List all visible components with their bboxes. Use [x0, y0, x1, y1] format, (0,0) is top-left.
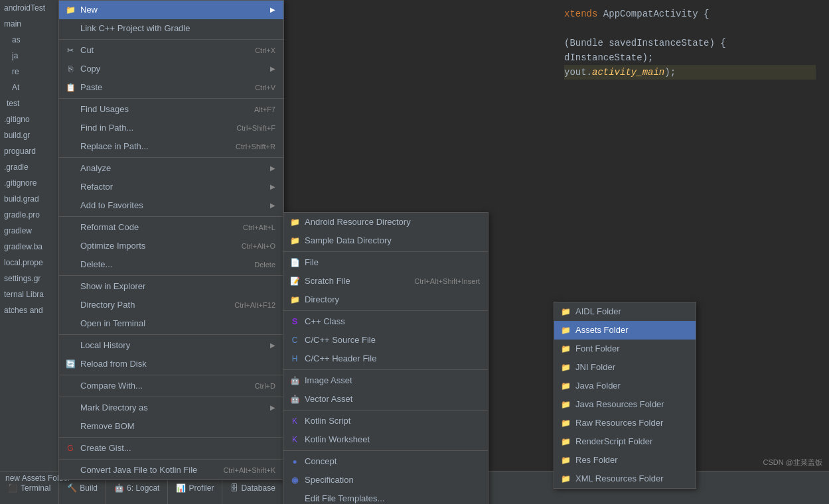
- left-panel-item[interactable]: gradle.pro: [0, 207, 60, 223]
- left-panel-item[interactable]: re: [0, 64, 60, 80]
- menu-item-renderscript-folder[interactable]: 📁 RenderScript Folder: [554, 432, 696, 451]
- left-panel-item[interactable]: ternal Libra: [0, 286, 60, 302]
- left-panel-item[interactable]: build.grad: [0, 191, 60, 207]
- menu-item-xml-resources-folder[interactable]: 📁 XML Resources Folder: [554, 470, 696, 488]
- left-panel-item[interactable]: androidTest: [0, 0, 60, 16]
- left-panel-item[interactable]: gradlew: [0, 223, 60, 239]
- menu-item-res-folder[interactable]: 📁 Res Folder: [554, 451, 696, 470]
- menu-item-assets-folder[interactable]: 📁 Assets Folder: [554, 321, 696, 340]
- menu-item-kotlin-script[interactable]: K Kotlin Script: [283, 412, 488, 430]
- left-panel-item[interactable]: build.gr: [0, 127, 60, 143]
- menu-item-delete[interactable]: Delete... Delete: [59, 255, 283, 274]
- separator: [59, 157, 283, 158]
- left-panel-item[interactable]: gradlew.ba: [0, 239, 60, 255]
- separator: [283, 310, 488, 311]
- menu-item-jni-folder[interactable]: 📁 JNI Folder: [554, 358, 696, 377]
- menu-item-edit-templates[interactable]: Edit File Templates...: [283, 489, 488, 504]
- menu-item-find-in-path[interactable]: Find in Path... Ctrl+Shift+F: [59, 119, 283, 137]
- left-panel-item[interactable]: .gitigno: [0, 111, 60, 127]
- menu-item-font-folder[interactable]: 📁 Font Folder: [554, 340, 696, 358]
- menu-item-open-terminal[interactable]: Open in Terminal: [59, 314, 283, 333]
- left-panel: androidTest main as ja re At test .gitig…: [0, 0, 60, 471]
- left-panel-item[interactable]: proguard: [0, 143, 60, 159]
- jni-folder-icon: 📁: [560, 361, 571, 373]
- android-folder-icon: 📁: [289, 216, 301, 228]
- menu-item-compare[interactable]: Compare With... Ctrl+D: [59, 377, 283, 395]
- gist-icon: G: [64, 442, 76, 454]
- menu-item-reformat[interactable]: Reformat Code Ctrl+Alt+L: [59, 218, 283, 237]
- res-folder-icon: 📁: [560, 454, 571, 466]
- menu-item-cpp-source[interactable]: C C/C++ Source File: [283, 331, 488, 349]
- menu-item-find-usages[interactable]: Find Usages Alt+F7: [59, 100, 283, 119]
- menu-item-android-res-dir[interactable]: 📁 Android Resource Directory: [283, 213, 488, 231]
- history-icon: [64, 340, 76, 351]
- terminal-icon: [64, 318, 76, 330]
- menu-item-optimize[interactable]: Optimize Imports Ctrl+Alt+O: [59, 237, 283, 255]
- menu-item-file[interactable]: 📄 File: [283, 253, 488, 272]
- menu-item-link-cpp[interactable]: Link C++ Project with Gradle: [59, 19, 283, 38]
- left-panel-item[interactable]: settings.gr: [0, 271, 60, 286]
- menu-item-mark-dir[interactable]: Mark Directory as ▶: [59, 399, 283, 417]
- menu-item-copy[interactable]: ⎘ Copy ▶: [59, 60, 283, 78]
- menu-item-local-history[interactable]: Local History ▶: [59, 336, 283, 355]
- left-panel-item[interactable]: test: [0, 95, 60, 111]
- menu-item-image-asset[interactable]: 🤖 Image Asset: [283, 371, 488, 390]
- left-panel-item[interactable]: atches and: [0, 302, 60, 318]
- menu-item-directory[interactable]: 📁 Directory: [283, 290, 488, 309]
- menu-item-java-resources-folder[interactable]: 📁 Java Resources Folder: [554, 395, 696, 414]
- kotlin-icon: [64, 464, 76, 476]
- left-panel-item[interactable]: local.prope: [0, 255, 60, 271]
- image-asset-icon: 🤖: [289, 375, 301, 387]
- menu-item-remove-bom[interactable]: Remove BOM: [59, 417, 283, 436]
- directory-icon: 📁: [289, 294, 301, 306]
- menu-item-kotlin-worksheet[interactable]: K Kotlin Worksheet: [283, 430, 488, 449]
- separator: [59, 39, 283, 40]
- left-panel-item[interactable]: ja: [0, 48, 60, 64]
- left-panel-item[interactable]: main: [0, 16, 60, 32]
- menu-item-cut[interactable]: ✂ Cut Ctrl+X: [59, 41, 283, 60]
- analyze-icon: [64, 162, 76, 174]
- menu-item-raw-resources-folder[interactable]: 📁 Raw Resources Folder: [554, 414, 696, 432]
- replace-icon: [64, 141, 76, 153]
- menu-item-analyze[interactable]: Analyze ▶: [59, 159, 283, 178]
- menu-item-scratch-file[interactable]: 📝 Scratch File Ctrl+Alt+Shift+Insert: [283, 272, 488, 290]
- spec-icon: ◉: [289, 474, 301, 486]
- menu-item-show-explorer[interactable]: Show in Explorer: [59, 277, 283, 296]
- menu-item-specification[interactable]: ◉ Specification: [283, 471, 488, 489]
- menu-item-add-favorites[interactable]: Add to Favorites ▶: [59, 196, 283, 215]
- menu-item-refactor[interactable]: Refactor ▶: [59, 178, 283, 196]
- menu-item-reload[interactable]: 🔄 Reload from Disk: [59, 355, 283, 373]
- menu-item-replace-in-path[interactable]: Replace in Path... Ctrl+Shift+R: [59, 137, 283, 156]
- file-icon: 📄: [289, 257, 301, 269]
- menu-item-convert-java[interactable]: Convert Java File to Kotlin File Ctrl+Al…: [59, 461, 283, 479]
- renderscript-folder-icon: 📁: [560, 436, 571, 448]
- database-icon: 🗄: [230, 483, 238, 493]
- menu-item-dir-path[interactable]: Directory Path Ctrl+Alt+F12: [59, 296, 283, 314]
- left-panel-item[interactable]: .gitignore: [0, 175, 60, 191]
- aidl-folder-icon: 📁: [560, 306, 571, 318]
- separator: [283, 450, 488, 451]
- menu-item-cpp-header[interactable]: H C/C++ Header File: [283, 349, 488, 368]
- separator: [59, 459, 283, 460]
- context-menu-new: 📁 Android Resource Directory 📁 Sample Da…: [283, 212, 489, 504]
- menu-item-java-folder[interactable]: 📁 Java Folder: [554, 377, 696, 395]
- separator: [283, 369, 488, 370]
- submenu-arrow: ▶: [270, 62, 275, 76]
- new-icon: 📁: [64, 4, 76, 16]
- menu-item-paste[interactable]: 📋 Paste Ctrl+V: [59, 78, 283, 97]
- menu-item-new[interactable]: 📁 New ▶: [59, 1, 283, 19]
- left-panel-item[interactable]: .gradle: [0, 159, 60, 175]
- menu-item-cpp-class[interactable]: S C++ Class: [283, 312, 488, 331]
- menu-item-aidl-folder[interactable]: 📁 AIDL Folder: [554, 302, 696, 321]
- watermark: CSDN @韭菜盖饭: [763, 458, 822, 468]
- cpp-header-icon: H: [289, 353, 301, 365]
- menu-item-create-gist[interactable]: G Create Gist...: [59, 439, 283, 458]
- left-panel-item[interactable]: as: [0, 32, 60, 48]
- menu-item-concept[interactable]: ● Concept: [283, 452, 488, 471]
- kotlin-worksheet-icon: K: [289, 434, 301, 446]
- reformat-icon: [64, 221, 76, 233]
- cpp-class-icon: S: [289, 316, 301, 328]
- left-panel-item[interactable]: At: [0, 80, 60, 95]
- menu-item-sample-data-dir[interactable]: 📁 Sample Data Directory: [283, 231, 488, 250]
- menu-item-vector-asset[interactable]: 🤖 Vector Asset: [283, 390, 488, 409]
